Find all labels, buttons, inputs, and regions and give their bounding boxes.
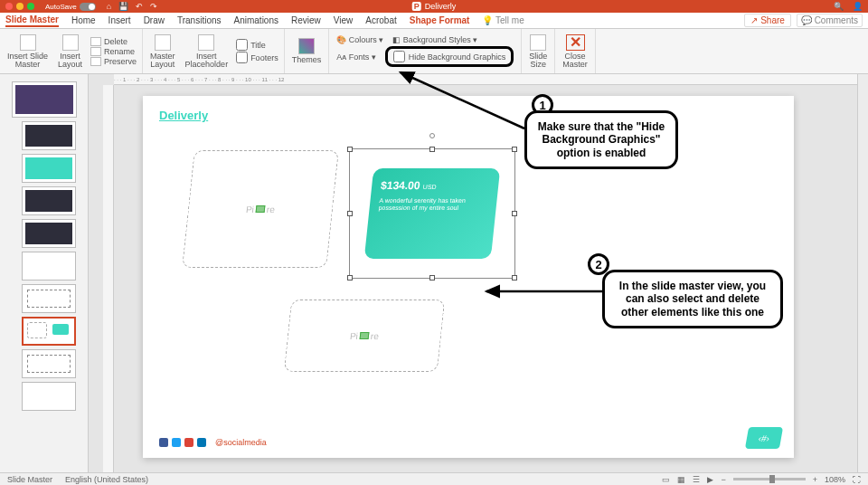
facebook-icon[interactable] xyxy=(159,438,168,447)
thumb-layout[interactable] xyxy=(22,349,76,378)
zoom-in-button[interactable]: + xyxy=(813,475,817,484)
hide-bg-checkbox[interactable] xyxy=(393,51,405,62)
fonts-dropdown[interactable]: Aᴀ Fonts ▾ xyxy=(336,52,376,62)
slide-size-button[interactable]: Slide Size xyxy=(525,33,551,71)
bg-styles-dropdown[interactable]: ◧ Background Styles ▾ xyxy=(392,35,477,44)
insert-layout-button[interactable]: Insert Layout xyxy=(54,33,86,71)
thumb-layout[interactable] xyxy=(22,186,76,215)
view-reading-icon[interactable]: ☰ xyxy=(693,475,700,484)
comments-button[interactable]: 💬 Comments xyxy=(797,14,863,27)
tab-slide-master[interactable]: Slide Master xyxy=(5,14,59,27)
footers-checkbox[interactable]: Footers xyxy=(234,52,280,63)
minimize-icon[interactable] xyxy=(16,3,24,10)
zoom-slider[interactable] xyxy=(733,478,806,480)
scrollbar-vertical[interactable] xyxy=(857,74,868,472)
picture-icon xyxy=(360,332,370,339)
autosave-label: AutoSave xyxy=(45,3,77,11)
doc-title: P Deliverly xyxy=(412,2,457,11)
insert-placeholder-button[interactable]: Insert Placeholder xyxy=(182,33,232,71)
tell-me[interactable]: Tell me xyxy=(495,15,524,25)
titlebar: AutoSave ⌂ 💾 ↶ ↷ P Deliverly 🔍 👤 xyxy=(0,0,868,13)
callout-1: Make sure that the "Hide Background Grap… xyxy=(524,110,678,169)
title-checkbox[interactable]: Title xyxy=(234,39,280,51)
autosave-toggle[interactable]: AutoSave xyxy=(45,3,96,11)
quick-access-toolbar[interactable]: ⌂ 💾 ↶ ↷ xyxy=(107,2,157,11)
resize-handle[interactable] xyxy=(429,147,435,152)
tab-home[interactable]: Home xyxy=(71,15,96,25)
save-icon[interactable]: 💾 xyxy=(118,2,128,11)
thumbnail-panel[interactable] xyxy=(0,74,89,472)
close-icon[interactable] xyxy=(5,3,13,10)
share-button[interactable]: ↗ Share xyxy=(744,14,790,27)
resize-handle[interactable] xyxy=(512,211,517,216)
resize-handle[interactable] xyxy=(429,275,435,281)
thumb-layout[interactable] xyxy=(22,284,76,313)
thumb-layout[interactable] xyxy=(22,121,76,150)
redo-icon[interactable]: ↷ xyxy=(150,2,157,11)
master-layout-button[interactable]: Master Layout xyxy=(146,33,179,71)
resize-handle[interactable] xyxy=(512,275,517,281)
tab-acrobat[interactable]: Acrobat xyxy=(365,15,396,25)
insert-slide-master-button[interactable]: Insert Slide Master xyxy=(4,33,52,71)
tab-transitions[interactable]: Transitions xyxy=(177,15,222,25)
view-normal-icon[interactable]: ▭ xyxy=(662,475,670,484)
thumb-layout[interactable] xyxy=(22,252,76,281)
google-icon[interactable] xyxy=(184,438,193,447)
status-language[interactable]: English (United States) xyxy=(65,475,148,484)
powerpoint-icon: P xyxy=(412,2,421,11)
slide-number-tag[interactable]: ‹#› xyxy=(745,427,783,449)
status-bar: Slide Master English (United States) ▭ ▦… xyxy=(0,472,868,485)
close-icon: ✕ xyxy=(566,34,585,51)
ribbon-tabs: Slide Master Home Insert Draw Transition… xyxy=(0,13,868,29)
close-master-button[interactable]: ✕Close Master xyxy=(559,33,591,71)
social-handle[interactable]: @socialmedia xyxy=(215,438,267,447)
tab-view[interactable]: View xyxy=(334,15,354,25)
hide-bg-label: Hide Background Graphics xyxy=(409,52,506,62)
colours-dropdown[interactable]: 🎨 Colours ▾ xyxy=(336,35,383,44)
hide-background-graphics-checkbox[interactable]: Hide Background Graphics xyxy=(385,46,514,67)
editor-area[interactable]: · · · 1 · · · 2 · · · 3 · · · 4 · · · 5 … xyxy=(89,74,857,472)
thumb-layout[interactable] xyxy=(22,382,76,411)
preserve-button[interactable]: Preserve xyxy=(89,57,138,66)
rotate-handle[interactable] xyxy=(429,133,435,138)
resize-handle[interactable] xyxy=(347,147,353,152)
selection-frame[interactable] xyxy=(349,148,515,279)
account-icon[interactable]: 👤 xyxy=(853,2,863,11)
workspace: · · · 1 · · · 2 · · · 3 · · · 4 · · · 5 … xyxy=(0,74,868,472)
home-icon[interactable]: ⌂ xyxy=(107,2,111,11)
fit-to-window-icon[interactable]: ⛶ xyxy=(853,475,861,484)
tab-animations[interactable]: Animations xyxy=(234,15,278,25)
picture-placeholder-medium[interactable]: Pire xyxy=(284,300,445,372)
tab-review[interactable]: Review xyxy=(291,15,321,25)
resize-handle[interactable] xyxy=(347,211,353,216)
resize-handle[interactable] xyxy=(512,147,517,152)
callout-2: In the slide master view, you can also s… xyxy=(602,270,783,328)
thumb-layout-selected[interactable] xyxy=(22,317,76,346)
thumb-master[interactable] xyxy=(12,81,77,118)
search-icon[interactable]: 🔍 xyxy=(834,2,844,11)
picture-icon xyxy=(256,205,266,213)
tab-shape-format[interactable]: Shape Format xyxy=(410,15,470,25)
thumb-layout[interactable] xyxy=(22,154,76,183)
tab-insert[interactable]: Insert xyxy=(108,15,131,25)
twitter-icon[interactable] xyxy=(172,438,181,447)
maximize-icon[interactable] xyxy=(27,3,34,10)
resize-handle[interactable] xyxy=(347,275,353,281)
window-controls[interactable] xyxy=(5,3,34,10)
zoom-level[interactable]: 108% xyxy=(825,475,845,484)
ruler-horizontal: · · · 1 · · · 2 · · · 3 · · · 4 · · · 5 … xyxy=(114,74,857,85)
zoom-out-button[interactable]: − xyxy=(721,475,725,484)
brand-text[interactable]: Deliverly xyxy=(159,109,208,122)
thumb-layout[interactable] xyxy=(22,219,76,248)
linkedin-icon[interactable] xyxy=(197,438,206,447)
themes-button[interactable]: Themes xyxy=(288,36,326,66)
ribbon: Insert Slide Master Insert Layout Delete… xyxy=(0,29,868,74)
picture-placeholder-large[interactable]: Pire xyxy=(182,150,339,268)
view-sorter-icon[interactable]: ▦ xyxy=(677,475,685,484)
tab-draw[interactable]: Draw xyxy=(144,15,165,25)
rename-button[interactable]: Rename xyxy=(89,47,138,56)
status-mode: Slide Master xyxy=(7,475,52,484)
delete-button[interactable]: Delete xyxy=(89,37,138,46)
undo-icon[interactable]: ↶ xyxy=(136,2,143,11)
view-slideshow-icon[interactable]: ▶ xyxy=(707,475,713,484)
